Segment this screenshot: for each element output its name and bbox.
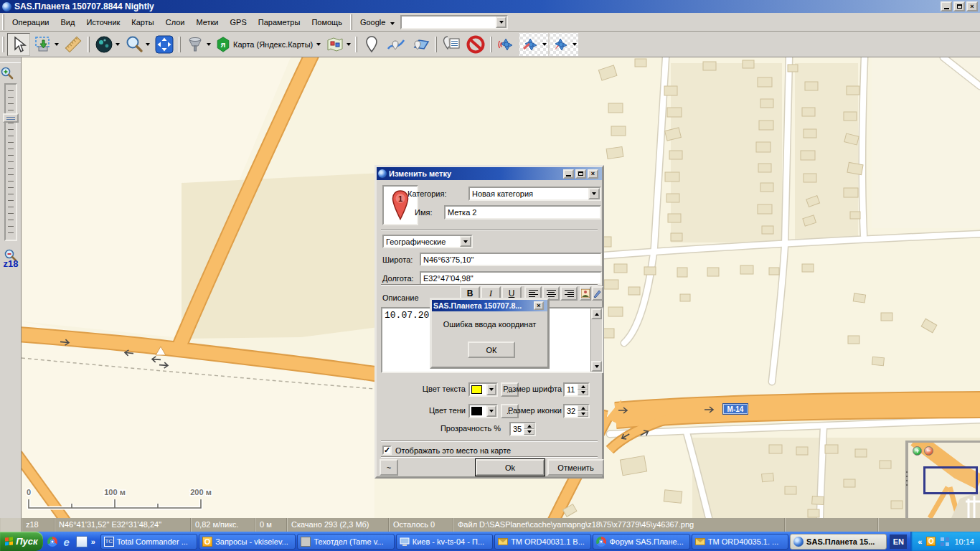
- close-button[interactable]: ×: [966, 1, 978, 11]
- google-search-input[interactable]: [400, 15, 508, 29]
- rebar-grip[interactable]: [2, 14, 4, 30]
- task-sas-planet[interactable]: SAS.Планета 15...: [790, 534, 887, 550]
- spin-down-button[interactable]: [578, 390, 588, 395]
- show-desktop-icon[interactable]: [76, 536, 88, 547]
- menu-operations[interactable]: Операции: [6, 15, 55, 29]
- category-combobox[interactable]: Новая категория: [468, 187, 601, 201]
- menu-source[interactable]: Источник: [80, 15, 126, 29]
- longitude-input[interactable]: E32°47'04,98": [420, 271, 602, 285]
- dialog-titlebar[interactable]: Изменить метку ×: [377, 167, 602, 180]
- scroll-up-button[interactable]: [591, 309, 602, 319]
- ok-button[interactable]: Ok: [476, 459, 545, 476]
- full-map-view-button[interactable]: [93, 33, 121, 56]
- scroll-down-button[interactable]: [591, 361, 602, 372]
- add-polygon-button[interactable]: [409, 33, 432, 56]
- minimap-zoom-in-button[interactable]: [913, 446, 922, 456]
- spin-up-button[interactable]: [578, 384, 588, 390]
- opacity-spinner[interactable]: 35: [509, 422, 536, 436]
- show-on-map-checkbox[interactable]: ✓: [382, 446, 392, 455]
- category-dropdown-button[interactable]: [588, 188, 600, 199]
- name-input[interactable]: Метка 2: [444, 205, 601, 220]
- tilde-button[interactable]: ~: [380, 459, 398, 476]
- task-remote-desktop[interactable]: Киев - kv-ts-04 - П...: [396, 534, 493, 550]
- menu-help[interactable]: Помощь: [306, 15, 348, 29]
- minimap-zoom-out-button[interactable]: [924, 446, 933, 456]
- dialog-minimize-button[interactable]: [563, 169, 574, 179]
- minimap-panel[interactable]: [905, 441, 980, 518]
- spin-up-button[interactable]: [578, 405, 588, 411]
- start-button[interactable]: Пуск: [0, 532, 43, 551]
- menu-layers[interactable]: Слои: [160, 15, 191, 29]
- zoom-tool-button[interactable]: [123, 33, 151, 56]
- tray-collapse-chevron[interactable]: «: [918, 537, 922, 546]
- text-color-dropdown[interactable]: [486, 384, 496, 395]
- zoom-slider-handle[interactable]: [3, 113, 19, 123]
- ruler-tool-button[interactable]: [62, 33, 85, 56]
- error-close-button[interactable]: ×: [534, 301, 544, 310]
- dialog-close-button[interactable]: ×: [588, 169, 598, 179]
- gps-status-button[interactable]: [495, 33, 518, 56]
- error-ok-button[interactable]: ОК: [468, 342, 515, 358]
- cancel-button[interactable]: Отменить: [547, 459, 604, 476]
- minimize-button[interactable]: [941, 1, 952, 11]
- coord-system-dropdown-button[interactable]: [460, 236, 471, 247]
- description-scrollbar[interactable]: [590, 309, 602, 372]
- align-right-button[interactable]: [560, 286, 578, 301]
- google-search-button[interactable]: Google: [354, 15, 401, 29]
- gps-track-toggle[interactable]: [550, 33, 578, 56]
- coord-system-combobox[interactable]: Географические: [382, 235, 473, 248]
- insert-link-button[interactable]: [592, 286, 603, 301]
- insert-image-button[interactable]: [580, 286, 591, 301]
- font-size-spinner[interactable]: 11: [563, 382, 590, 397]
- task-mail-ord40031[interactable]: TM ORD40031.1 B...: [494, 534, 591, 550]
- task-outlook-requests[interactable]: O Запросы - vkiselev...: [199, 534, 296, 550]
- minimap-viewport-rect[interactable]: [923, 466, 978, 494]
- rebar-grip[interactable]: [350, 14, 352, 30]
- zoom-in-icon[interactable]: [0, 66, 14, 80]
- tray-outlook-icon[interactable]: O: [926, 537, 936, 546]
- chrome-icon[interactable]: [47, 537, 57, 547]
- sas-planet-icon: [793, 537, 804, 547]
- dialog-maximize-button[interactable]: [575, 169, 586, 179]
- spin-up-button[interactable]: [524, 423, 534, 429]
- language-indicator[interactable]: EN: [890, 534, 907, 549]
- gps-connect-toggle[interactable]: [519, 33, 548, 56]
- google-search-dropdown[interactable]: [496, 17, 507, 28]
- menu-view[interactable]: Вид: [55, 15, 80, 29]
- task-forum-sas[interactable]: Форум SAS.Плане...: [593, 534, 689, 550]
- menu-marks[interactable]: Метки: [190, 15, 224, 29]
- task-mail-ord40035[interactable]: TM ORD40035.1. ...: [692, 534, 788, 550]
- error-dialog-titlebar[interactable]: SAS.Планета 150707.8... ×: [432, 300, 547, 311]
- quick-launch-overflow-chevron[interactable]: »: [91, 537, 95, 546]
- menu-settings[interactable]: Параметры: [253, 15, 306, 29]
- fullscreen-button[interactable]: [153, 33, 176, 56]
- spin-down-button[interactable]: [524, 429, 534, 435]
- internet-explorer-icon[interactable]: e: [61, 536, 72, 547]
- menu-gps[interactable]: GPS: [225, 15, 253, 29]
- latitude-input[interactable]: N46°63'75,10": [420, 253, 602, 266]
- text-color-combobox[interactable]: [468, 382, 498, 397]
- pan-tool-button[interactable]: [7, 33, 30, 56]
- tray-network-icon[interactable]: [940, 537, 950, 547]
- layers-selector[interactable]: [324, 33, 352, 56]
- task-total-commander[interactable]: TC Total Commander ...: [100, 534, 197, 550]
- minimap-splitter[interactable]: [906, 471, 908, 489]
- hide-placemarks-button[interactable]: [464, 33, 487, 56]
- add-placemark-button[interactable]: [360, 33, 383, 56]
- status-coordinates: N46°41'31,52" E32°31'48,24": [55, 518, 191, 532]
- placemark-manager-button[interactable]: [440, 33, 463, 56]
- rebar-grip[interactable]: [2, 37, 4, 52]
- icon-size-spinner[interactable]: 32: [563, 404, 590, 418]
- cache-storage-button[interactable]: [184, 33, 212, 56]
- shadow-color-dropdown[interactable]: [486, 405, 496, 417]
- placemark-list-icon: [441, 34, 461, 55]
- zoom-slider[interactable]: [4, 83, 17, 241]
- shadow-color-combobox[interactable]: [468, 404, 498, 418]
- map-type-selector[interactable]: Я Карта (Яндекс.Карты): [214, 34, 322, 55]
- selection-tool-button[interactable]: [32, 33, 60, 56]
- restore-button[interactable]: [953, 1, 965, 11]
- menu-maps[interactable]: Карты: [126, 15, 159, 29]
- add-path-button[interactable]: [385, 33, 407, 56]
- task-tech-dept[interactable]: Техотдел (Tame v...: [297, 534, 394, 550]
- spin-down-button[interactable]: [578, 411, 588, 417]
